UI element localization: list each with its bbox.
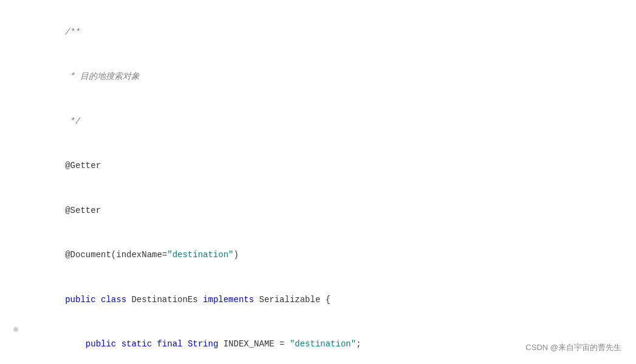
gutter-dot-8: [13, 327, 18, 332]
semicolon-8: ;: [356, 339, 361, 349]
string-destination: "destination": [167, 250, 233, 260]
line-6: @Document(indexName="destination"): [12, 233, 621, 278]
line-1: /**: [12, 10, 621, 55]
annotation-document: @Document(indexName=: [65, 250, 167, 260]
string-destination-2: "destination": [290, 339, 356, 349]
line-2: * 目的地搜索对象: [12, 55, 621, 99]
code-line-1: /**: [24, 10, 621, 55]
code-line-7: public class DestinationEs implements Se…: [24, 277, 621, 322]
annotation-setter: @Setter: [65, 206, 101, 215]
comment-open: /**: [65, 27, 80, 37]
code-container: /** * 目的地搜索对象 */ @Getter: [0, 0, 636, 364]
annotation-getter: @Getter: [65, 161, 101, 170]
implements-type: Serializable {: [259, 295, 331, 305]
comment-chinese: * 目的地搜索对象: [65, 72, 140, 81]
annotation-document-close: ): [233, 250, 238, 260]
line-3: */: [12, 99, 621, 144]
indent-8: [65, 339, 86, 349]
keyword-final: final: [157, 339, 187, 349]
code-line-3: */: [24, 99, 621, 144]
keyword-static: static: [121, 339, 157, 349]
line-4: @Getter: [12, 144, 621, 189]
keyword-public: public: [65, 295, 101, 305]
index-name-var: INDEX_NAME =: [224, 339, 290, 349]
code-line-4: @Getter: [24, 144, 621, 189]
class-name: DestinationEs: [131, 295, 203, 305]
code-line-6: @Document(indexName="destination"): [24, 233, 621, 278]
keyword-public-8: public: [86, 339, 121, 349]
code-block: /** * 目的地搜索对象 */ @Getter: [0, 10, 636, 364]
gutter-8: [12, 327, 19, 332]
code-line-5: @Setter: [24, 188, 621, 233]
keyword-class: class: [101, 295, 131, 305]
type-string: String: [188, 339, 224, 349]
watermark: CSDN @来自宇宙的曹先生: [525, 342, 621, 353]
line-7: public class DestinationEs implements Se…: [12, 277, 621, 322]
line-5: @Setter: [12, 188, 621, 233]
keyword-implements: implements: [203, 295, 259, 305]
comment-close: */: [65, 116, 80, 126]
code-line-2: * 目的地搜索对象: [24, 55, 621, 99]
